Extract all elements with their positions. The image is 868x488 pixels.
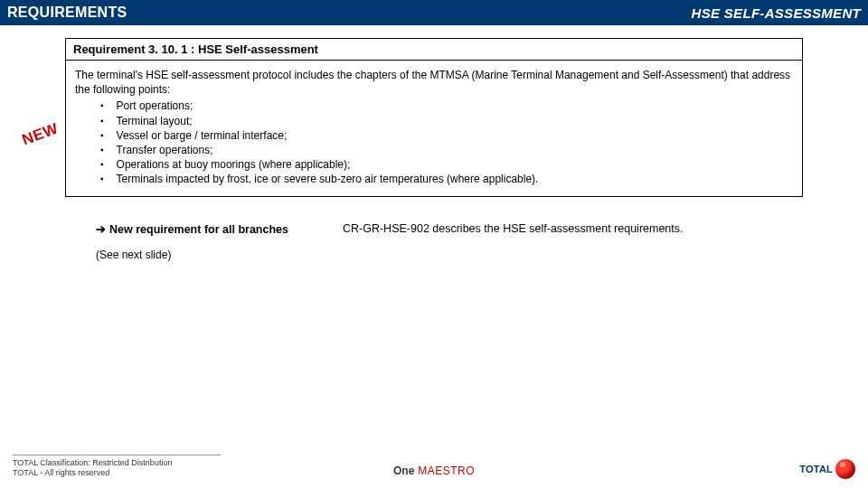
see-next-note: (See next slide) — [96, 249, 803, 261]
brand-logo-icon — [835, 459, 855, 479]
footer-right: TOTAL — [799, 459, 855, 479]
header-bar: REQUIREMENTS HSE SELF-ASSESSMENT — [0, 0, 868, 25]
callout-row: ➔New requirement for all branches CR-GR-… — [96, 222, 803, 236]
new-badge: NEW — [20, 120, 61, 150]
footer-center-one: One — [393, 465, 414, 477]
callout-right: CR-GR-HSE-902 describes the HSE self-ass… — [343, 222, 803, 235]
callout-left: ➔New requirement for all branches — [96, 222, 288, 236]
footer-left: TOTAL Classification: Restricted Distrib… — [13, 455, 221, 479]
list-item: Port operations; — [100, 99, 793, 113]
list-item: Vessel or barge / terminal interface; — [100, 128, 793, 143]
footer-line2: TOTAL - All rights reserved — [13, 468, 221, 479]
requirement-title: Requirement 3. 10. 1 : HSE Self-assessme… — [65, 38, 803, 61]
callout-left-text: New requirement for all branches — [109, 223, 288, 236]
brand-text: TOTAL — [799, 464, 833, 474]
list-item: Operations at buoy moorings (where appli… — [100, 157, 793, 172]
list-item: Terminals impacted by frost, ice or seve… — [100, 172, 793, 186]
header-title-left: REQUIREMENTS — [7, 5, 127, 21]
arrow-icon: ➔ — [96, 223, 106, 236]
footer-line1: TOTAL Classification: Restricted Distrib… — [13, 458, 221, 469]
requirement-intro: The terminal's HSE self-assessment proto… — [75, 68, 793, 97]
footer: TOTAL Classification: Restricted Distrib… — [0, 455, 868, 479]
requirement-body: The terminal's HSE self-assessment proto… — [65, 61, 803, 197]
footer-center-maestro: MAESTRO — [414, 465, 475, 477]
footer-center-brand: One MAESTRO — [393, 465, 475, 477]
requirement-points: Port operations; Terminal layout; Vessel… — [100, 99, 793, 186]
list-item: Transfer operations; — [100, 143, 793, 157]
header-title-right: HSE SELF-ASSESSMENT — [692, 5, 861, 21]
footer-divider — [13, 455, 221, 455]
list-item: Terminal layout; — [100, 114, 793, 128]
content-row: NEW The terminal's HSE self-assessment p… — [65, 61, 803, 197]
